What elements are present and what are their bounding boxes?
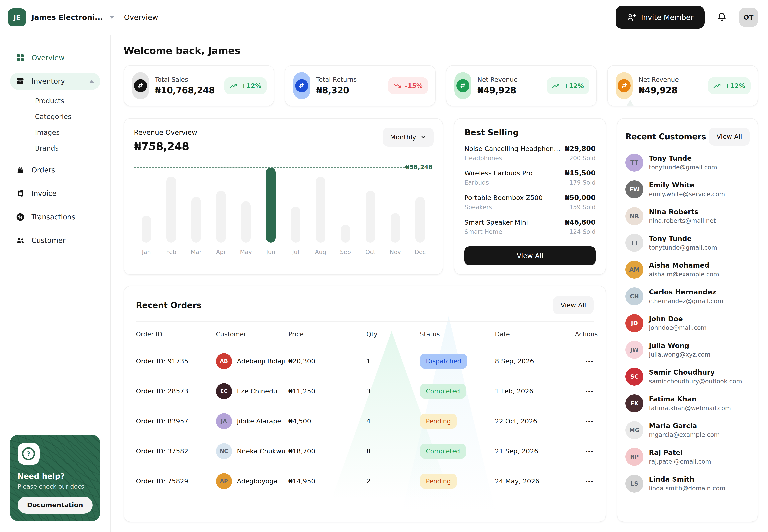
sidebar-subitem[interactable]: Images [35, 125, 100, 140]
list-item[interactable]: JD John Doe johndoe@mail.com [625, 314, 750, 332]
bar-dec[interactable] [408, 168, 432, 243]
sidebar-subitem[interactable]: Categories [35, 109, 100, 125]
customers-view-all-button[interactable]: View All [709, 128, 750, 146]
avatar: RP [625, 448, 643, 466]
sidebar-item-orders[interactable]: Orders [10, 161, 100, 179]
revenue-bar-chart: ₦58,248 JanFebMarAprMayJunJulAugSepOctNo… [134, 168, 433, 255]
stat-value: ₦10,768,248 [155, 85, 215, 95]
x-tick-label: Sep [333, 249, 358, 255]
workspace-switcher[interactable]: JE James Electroni... [8, 8, 111, 26]
best-selling-item: Smart Speaker Mini ₦46,800 Smart Home 12… [464, 218, 596, 235]
list-item[interactable]: NR Nina Roberts nina.roberts@mail.net [625, 207, 750, 225]
bar-nov[interactable] [383, 168, 408, 243]
stat-change-badge: +12% [708, 77, 751, 94]
trend-up-icon [230, 83, 238, 89]
customer-name: Aisha Mohamed [649, 261, 719, 269]
orders-view-all-button[interactable]: View All [553, 296, 594, 314]
product-category: Earbuds [464, 179, 489, 186]
sidebar-item-transactions[interactable]: Transactions [10, 208, 100, 226]
customer-avatar: AB [216, 353, 232, 369]
annotation-dashed-line [134, 167, 405, 168]
avatar: TT [625, 234, 643, 252]
list-item[interactable]: EW Emily White emily.white@service.com [625, 180, 750, 198]
best-selling-card: Best Selling Noise Cancelling Headphones… [454, 118, 606, 275]
row-actions-button[interactable]: ••• [586, 448, 594, 455]
sidebar-item-inventory[interactable]: Inventory [10, 73, 100, 90]
sidebar-item-label: Inventory [32, 77, 65, 85]
transfer-icon [295, 79, 308, 92]
col-price: Price [288, 331, 366, 338]
best-selling-view-all-button[interactable]: View All [464, 246, 596, 265]
bar-jan[interactable] [134, 168, 159, 243]
order-price: ₦4,500 [288, 417, 366, 425]
people-icon [16, 236, 25, 245]
list-item[interactable]: MG Maria Garcia mgarcia@example.com [625, 421, 750, 439]
list-item[interactable]: FK Fatima Khan fatima.khan@webmail.com [625, 394, 750, 412]
customer-avatar: EC [216, 383, 232, 399]
orders-table: Order ID Customer Price Qty Status Date … [136, 321, 594, 496]
topbar-actions: Invite Member OT [616, 6, 758, 29]
orders-table-header: Order ID Customer Price Qty Status Date … [136, 322, 594, 346]
customer-email: emily.white@service.com [649, 191, 725, 198]
bar-jul[interactable] [283, 168, 308, 243]
period-filter-button[interactable]: Monthly [383, 128, 434, 147]
grid-icon [16, 54, 25, 62]
chevron-down-icon [420, 134, 427, 140]
order-price: ₦14,950 [288, 477, 366, 485]
recent-orders-title: Recent Orders [136, 300, 201, 310]
invite-member-button[interactable]: Invite Member [616, 6, 705, 29]
row-actions-button[interactable]: ••• [586, 388, 594, 395]
sidebar-item-customer[interactable]: Customer [10, 232, 100, 249]
list-item[interactable]: LS Linda Smith linda.smith@domain.com [625, 475, 750, 493]
sidebar-subitem[interactable]: Brands [35, 140, 100, 156]
stat-label: Net Revenue [639, 76, 679, 83]
order-date: 8 Sep, 2026 [495, 357, 575, 365]
bar-mar[interactable] [184, 168, 208, 243]
customer-name: Maria Garcia [649, 422, 720, 430]
list-item[interactable]: CH Carlos Hernandez c.hernandez@gmail.co… [625, 287, 750, 305]
trend-down-icon [394, 83, 402, 89]
product-price: ₦50,000 [565, 194, 596, 202]
order-price: ₦20,300 [288, 357, 366, 365]
x-tick-label: Apr [209, 249, 233, 255]
row-actions-button[interactable]: ••• [586, 478, 594, 485]
col-customer: Customer [216, 331, 289, 338]
bar-oct[interactable] [358, 168, 383, 243]
list-item[interactable]: AM Aisha Mohamed aisha.m@example.com [625, 261, 750, 279]
list-item[interactable]: TT Tony Tunde tonytunde@gmail.com [625, 234, 750, 252]
list-item[interactable]: JW Julia Wong julia.wong@xyz.com [625, 341, 750, 359]
stat-change: +12% [241, 82, 261, 89]
bar-aug[interactable] [308, 168, 333, 243]
user-avatar[interactable]: OT [739, 8, 758, 27]
chevron-up-icon [89, 80, 94, 83]
bar-apr[interactable] [209, 168, 233, 243]
sidebar-item-overview[interactable]: Overview [10, 49, 100, 67]
sidebar-subitem[interactable]: Products [35, 93, 100, 109]
sidebar-item-invoice[interactable]: Invoice [10, 185, 100, 202]
customer-avatar: NC [216, 443, 232, 459]
customer-email: raj.patel@email.com [649, 458, 711, 465]
col-qty: Qty [366, 331, 420, 338]
bar-jun[interactable] [258, 168, 283, 243]
avatar: FK [625, 394, 643, 412]
product-sold-count: 159 Sold [569, 204, 596, 211]
status-badge: Pending [420, 474, 457, 489]
customer-name: Eze Chinedu [237, 387, 277, 395]
notifications-button[interactable] [717, 12, 727, 23]
order-id: Order ID: 83957 [136, 417, 216, 425]
documentation-button[interactable]: Documentation [18, 497, 93, 514]
person-plus-icon [627, 13, 636, 22]
bar-feb[interactable] [159, 168, 184, 243]
bar-may[interactable] [233, 168, 258, 243]
stat-change: -15% [405, 82, 423, 89]
chevron-down-icon [109, 16, 114, 19]
row-actions-button[interactable]: ••• [586, 358, 594, 365]
list-item[interactable]: SC Samir Choudhury samir.choudhury@outlo… [625, 368, 750, 386]
row-actions-button[interactable]: ••• [586, 418, 594, 425]
customer-email: julia.wong@xyz.com [649, 351, 711, 358]
transfer-icon [134, 79, 147, 92]
list-item[interactable]: RP Raj Patel raj.patel@email.com [625, 448, 750, 466]
list-item[interactable]: TT Tony Tunde tonytunde@gmail.com [625, 154, 750, 172]
best-selling-title: Best Selling [464, 128, 596, 137]
bar-sep[interactable] [333, 168, 358, 243]
